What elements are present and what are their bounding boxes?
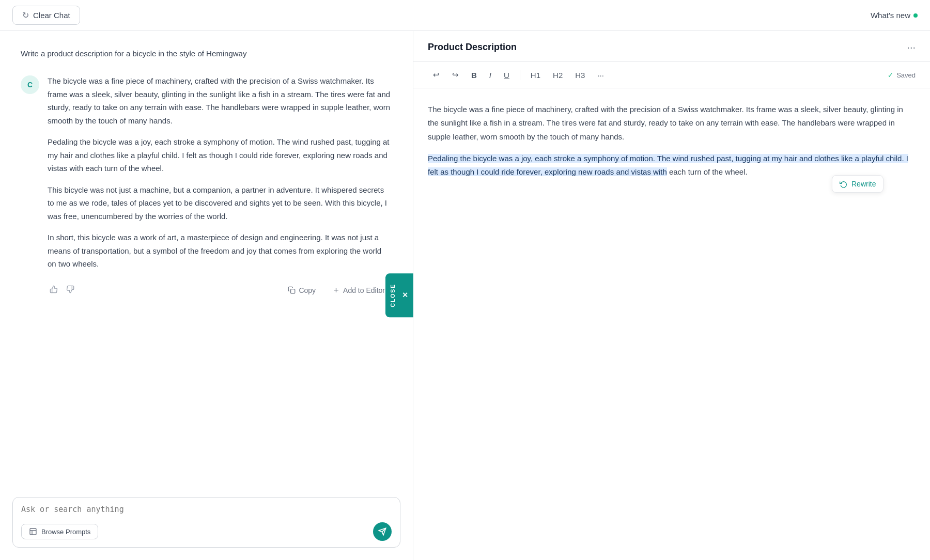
h2-button[interactable]: H2 (548, 68, 568, 83)
rewrite-icon (840, 180, 847, 188)
clear-chat-button[interactable]: ↻ Clear Chat (12, 6, 80, 25)
h1-label: H1 (531, 71, 540, 80)
thumbs-up-button[interactable] (48, 283, 60, 298)
notification-dot (913, 13, 918, 18)
ai-paragraph-1: The bicycle was a fine piece of machiner… (48, 74, 392, 127)
h3-button[interactable]: H3 (570, 68, 590, 83)
browse-prompts-label: Browse Prompts (41, 528, 90, 536)
action-buttons: Copy Add to Editor (281, 283, 392, 298)
editor-content[interactable]: The bicycle was a fine piece of machiner… (413, 88, 930, 560)
rewrite-label: Rewrite (851, 180, 876, 188)
italic-label: I (489, 71, 491, 80)
chat-input-area: Browse Prompts (0, 489, 413, 561)
add-to-editor-button[interactable]: Add to Editor (325, 283, 392, 298)
saved-label: Saved (896, 71, 916, 79)
underline-button[interactable]: U (499, 68, 515, 83)
browse-prompts-icon (29, 527, 37, 536)
browse-prompts-button[interactable]: Browse Prompts (21, 524, 98, 539)
redo-button[interactable]: ↪ (447, 67, 464, 83)
editor-panel: Product Description ··· ↩ ↪ B I U H1 (413, 31, 930, 560)
send-button[interactable] (373, 522, 392, 541)
avatar: C (21, 75, 39, 94)
ai-message-text: The bicycle was a fine piece of machiner… (48, 74, 392, 271)
thumbs-up-icon (50, 285, 58, 293)
editor-title: Product Description (428, 42, 517, 53)
bold-button[interactable]: B (466, 68, 482, 83)
whats-new-label: What's new (871, 11, 910, 20)
ai-message: C The bicycle was a fine piece of machin… (21, 74, 392, 298)
close-tab-label: Close (390, 284, 396, 307)
add-to-editor-label: Add to Editor (343, 286, 385, 294)
message-actions: Copy Add to Editor (48, 279, 392, 298)
check-icon: ✓ (888, 71, 893, 79)
chat-content: Write a product description for a bicycl… (0, 31, 413, 489)
h1-button[interactable]: H1 (525, 68, 546, 83)
italic-button[interactable]: I (484, 68, 497, 83)
ai-paragraph-2: Pedaling the bicycle was a joy, each str… (48, 135, 392, 175)
redo-icon: ↪ (452, 70, 459, 79)
h3-label: H3 (575, 71, 585, 80)
user-message: Write a product description for a bicycl… (21, 48, 392, 60)
copy-label: Copy (299, 286, 316, 294)
user-message-text: Write a product description for a bicycl… (21, 48, 392, 60)
editor-normal-text: each turn of the wheel. (669, 167, 748, 176)
more-options-button[interactable]: ··· (592, 68, 609, 83)
add-to-editor-icon (332, 286, 340, 294)
h2-label: H2 (553, 71, 563, 80)
saved-indicator: ✓ Saved (888, 71, 916, 79)
close-panel-icon: ✕ (401, 291, 409, 300)
refresh-icon: ↻ (22, 10, 29, 20)
editor-header: Product Description ··· (413, 31, 930, 62)
editor-highlighted-text: Pedaling the bicycle was a joy, each str… (428, 154, 908, 176)
vote-buttons (48, 283, 76, 298)
ai-paragraph-4: In short, this bicycle was a work of art… (48, 231, 392, 271)
chat-input-footer: Browse Prompts (21, 522, 392, 541)
underline-label: U (504, 71, 509, 80)
undo-button[interactable]: ↩ (428, 67, 445, 83)
more-options-icon: ··· (597, 71, 604, 80)
chat-panel: Write a product description for a bicycl… (0, 31, 413, 560)
editor-menu-button[interactable]: ··· (907, 41, 916, 53)
ai-paragraph-3: This bicycle was not just a machine, but… (48, 183, 392, 223)
send-icon (378, 527, 386, 536)
whats-new-button[interactable]: What's new (871, 11, 918, 20)
ai-message-body: The bicycle was a fine piece of machiner… (48, 74, 392, 298)
editor-toolbar: ↩ ↪ B I U H1 H2 H3 (413, 62, 930, 88)
close-tab[interactable]: ✕ Close (385, 273, 413, 317)
clear-chat-label: Clear Chat (33, 11, 70, 20)
thumbs-down-icon (66, 285, 74, 293)
rewrite-tooltip[interactable]: Rewrite (832, 175, 884, 193)
editor-text: The bicycle was a fine piece of machiner… (428, 103, 916, 179)
copy-icon (288, 286, 296, 294)
svg-rect-0 (291, 289, 295, 293)
main-layout: Write a product description for a bicycl… (0, 31, 930, 560)
svg-rect-1 (30, 528, 36, 535)
thumbs-down-button[interactable] (64, 283, 76, 298)
undo-icon: ↩ (433, 70, 440, 79)
editor-paragraph-1: The bicycle was a fine piece of machiner… (428, 103, 916, 144)
chat-input[interactable] (21, 504, 392, 516)
copy-button[interactable]: Copy (281, 283, 323, 298)
toolbar-divider-1 (520, 70, 520, 80)
bold-label: B (471, 71, 477, 80)
top-bar: ↻ Clear Chat What's new (0, 0, 930, 31)
chat-input-container: Browse Prompts (12, 497, 400, 548)
